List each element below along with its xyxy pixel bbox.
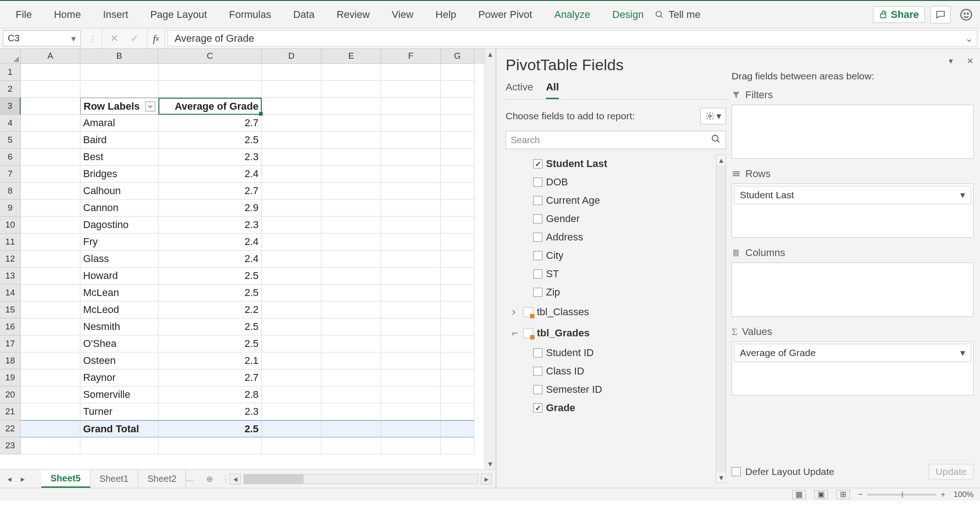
cell[interactable]: Fry — [80, 234, 158, 251]
cell[interactable] — [321, 352, 381, 369]
row-header-14[interactable]: 14 — [0, 285, 21, 301]
cell[interactable] — [21, 217, 80, 234]
cell[interactable] — [262, 301, 321, 318]
sheet-tab-sheet1[interactable]: Sheet1 — [90, 470, 138, 488]
cell[interactable]: 2.5 — [158, 318, 262, 335]
row-header-9[interactable]: 9 — [0, 200, 21, 217]
rows-drop-area[interactable]: Student Last ▾ — [732, 184, 974, 238]
field-grade[interactable]: Grade — [506, 399, 726, 417]
cell[interactable] — [262, 200, 321, 217]
insert-function-button[interactable]: fx — [147, 28, 165, 48]
tab-view[interactable]: View — [381, 1, 424, 28]
column-header-g[interactable]: G — [441, 49, 474, 64]
checkbox[interactable] — [533, 233, 542, 242]
cell[interactable] — [21, 335, 80, 352]
cell[interactable] — [21, 183, 80, 200]
row-header-20[interactable]: 20 — [0, 386, 21, 403]
column-header-e[interactable]: E — [321, 49, 381, 64]
name-box[interactable]: C3 ▾ — [3, 30, 81, 46]
column-header-b[interactable]: B — [80, 49, 158, 64]
cell[interactable] — [21, 285, 80, 301]
cell[interactable] — [441, 285, 474, 301]
tab-power-pivot[interactable]: Power Pivot — [467, 1, 543, 28]
cell[interactable] — [262, 115, 321, 132]
cell[interactable] — [381, 301, 441, 318]
cell[interactable] — [441, 318, 474, 335]
field-student-last[interactable]: Student Last — [506, 155, 726, 173]
cell[interactable] — [441, 166, 474, 183]
cell[interactable] — [80, 81, 158, 98]
select-all-cells[interactable] — [0, 49, 21, 64]
row-header-1[interactable]: 1 — [0, 64, 21, 81]
cell[interactable]: 2.7 — [158, 183, 262, 200]
checkbox[interactable] — [533, 403, 542, 413]
cell[interactable] — [381, 369, 441, 386]
cell[interactable]: 2.8 — [158, 386, 262, 403]
cell[interactable] — [21, 403, 80, 420]
cell[interactable] — [441, 251, 474, 268]
table-node-grades[interactable]: ⌐ tbl_Grades — [506, 323, 726, 344]
cell[interactable]: Average of Grade — [158, 98, 262, 115]
expand-formula-icon[interactable]: ⌄ — [965, 33, 973, 45]
row-header-15[interactable]: 15 — [0, 301, 21, 318]
field-semester-id[interactable]: Semester ID — [506, 380, 726, 399]
cell[interactable] — [262, 166, 321, 183]
prev-sheet-button[interactable]: ◂ — [7, 474, 11, 484]
cell[interactable] — [321, 98, 381, 115]
cell[interactable] — [262, 251, 321, 268]
row-header-4[interactable]: 4 — [0, 115, 21, 132]
row-header-8[interactable]: 8 — [0, 183, 21, 200]
cell[interactable] — [262, 234, 321, 251]
cell[interactable] — [262, 132, 321, 149]
zoom-level[interactable]: 100% — [954, 490, 974, 499]
cell[interactable] — [441, 369, 474, 386]
row-header-18[interactable]: 18 — [0, 352, 21, 369]
row-header-12[interactable]: 12 — [0, 251, 21, 268]
cell[interactable] — [441, 403, 474, 420]
cell[interactable] — [381, 403, 441, 420]
cell[interactable] — [21, 352, 80, 369]
cell[interactable]: Somerville — [80, 386, 158, 403]
comments-button[interactable] — [930, 6, 951, 23]
row-header-17[interactable]: 17 — [0, 335, 21, 352]
cell[interactable] — [158, 437, 262, 454]
cell[interactable] — [262, 268, 321, 285]
cell[interactable]: 2.5 — [158, 335, 262, 352]
cell[interactable]: Howard — [80, 268, 158, 285]
checkbox[interactable] — [533, 269, 542, 279]
cell[interactable] — [321, 183, 381, 200]
cell[interactable] — [321, 132, 381, 149]
field-zip[interactable]: Zip — [506, 283, 726, 301]
cell[interactable]: 2.4 — [158, 166, 262, 183]
cell[interactable]: Cannon — [80, 200, 158, 217]
cell[interactable] — [21, 420, 80, 437]
cell[interactable] — [321, 64, 381, 81]
scroll-down-button[interactable]: ▾ — [485, 458, 496, 469]
cell[interactable] — [321, 251, 381, 268]
scroll-up-button[interactable]: ▴ — [485, 49, 496, 60]
cell[interactable]: Raynor — [80, 369, 158, 386]
cell[interactable] — [381, 200, 441, 217]
cell[interactable]: Glass — [80, 251, 158, 268]
field-class-id[interactable]: Class ID — [506, 362, 726, 380]
cell[interactable] — [321, 81, 381, 98]
tab-file[interactable]: File — [5, 1, 43, 28]
cell[interactable] — [21, 234, 80, 251]
defer-checkbox[interactable] — [732, 467, 741, 476]
cell[interactable]: Row Labels — [80, 98, 158, 115]
cell[interactable]: O'Shea — [80, 335, 158, 352]
cell[interactable] — [381, 268, 441, 285]
field-student-id[interactable]: Student ID — [506, 344, 726, 362]
cell[interactable] — [262, 217, 321, 234]
field-city[interactable]: City — [506, 246, 726, 265]
cell[interactable] — [321, 149, 381, 166]
checkbox[interactable] — [533, 251, 542, 260]
tell-me-search[interactable]: Tell me — [655, 9, 701, 21]
cell[interactable] — [262, 98, 321, 115]
cell[interactable] — [441, 268, 474, 285]
cell[interactable] — [441, 301, 474, 318]
row-header-19[interactable]: 19 — [0, 369, 21, 386]
cell[interactable] — [441, 386, 474, 403]
cell[interactable]: 2.3 — [158, 403, 262, 420]
tab-formulas[interactable]: Formulas — [218, 1, 282, 28]
